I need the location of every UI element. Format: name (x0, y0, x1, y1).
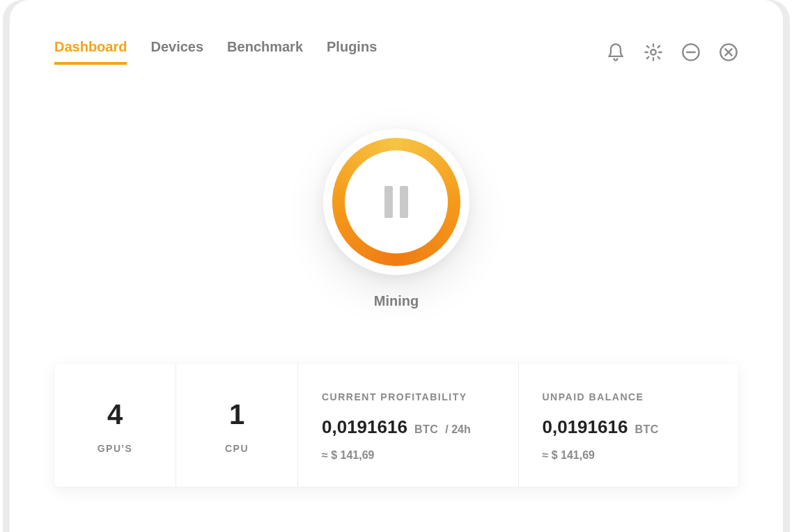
cpu-label: CPU (225, 443, 249, 454)
gpu-card: 4 GPU'S (54, 363, 176, 487)
pause-icon (384, 186, 408, 218)
tabs: Dashboard Devices Benchmark Plugins (54, 39, 377, 65)
cpu-card: 1 CPU (176, 363, 298, 487)
mining-ring-inner (345, 150, 448, 253)
svg-point-0 (651, 49, 655, 54)
gpu-label: GPU'S (98, 443, 133, 454)
mining-status-label: Mining (374, 293, 419, 309)
profitability-headline: CURRENT PROFITABILITY (322, 391, 495, 402)
balance-card: UNPAID BALANCE 0,0191616 BTC ≈ $ 141,69 (519, 363, 739, 487)
app-window: Dashboard Devices Benchmark Plugins (10, 0, 783, 532)
tab-devices[interactable]: Devices (150, 39, 203, 65)
profitability-approx: ≈ $ 141,69 (322, 449, 495, 462)
gear-icon (644, 42, 663, 62)
balance-approx: ≈ $ 141,69 (543, 449, 715, 462)
stats-row: 4 GPU'S 1 CPU CURRENT PROFITABILITY 0,01… (54, 363, 738, 487)
profitability-card: CURRENT PROFITABILITY 0,0191616 BTC / 24… (298, 363, 519, 487)
nav-row: Dashboard Devices Benchmark Plugins (54, 39, 738, 65)
cpu-count: 1 (229, 399, 244, 430)
window-controls (606, 42, 738, 62)
mining-toggle-button[interactable] (323, 129, 469, 275)
balance-headline: UNPAID BALANCE (543, 391, 715, 402)
profitability-value: 0,0191616 (322, 416, 407, 438)
tab-plugins[interactable]: Plugins (327, 39, 377, 65)
profitability-per: / 24h (445, 423, 470, 436)
tab-dashboard[interactable]: Dashboard (54, 39, 127, 65)
bell-icon (606, 42, 625, 62)
balance-value-row: 0,0191616 BTC (543, 416, 715, 438)
minimize-icon (681, 42, 701, 62)
mining-control: Mining (54, 129, 738, 309)
minimize-button[interactable] (681, 42, 701, 62)
close-button[interactable] (719, 42, 738, 62)
balance-unit: BTC (635, 423, 658, 436)
profitability-value-row: 0,0191616 BTC / 24h (322, 416, 495, 438)
notifications-button[interactable] (606, 42, 625, 62)
tab-benchmark[interactable]: Benchmark (227, 39, 303, 65)
balance-value: 0,0191616 (543, 416, 628, 438)
mining-ring (332, 138, 460, 266)
gpu-count: 4 (107, 399, 123, 430)
settings-button[interactable] (644, 42, 663, 62)
profitability-unit: BTC (414, 423, 438, 436)
close-icon (719, 42, 738, 62)
